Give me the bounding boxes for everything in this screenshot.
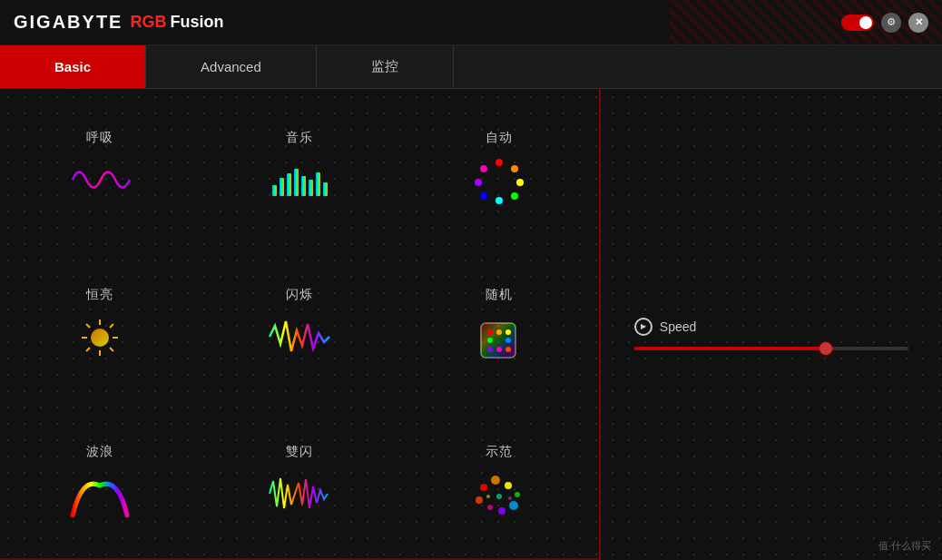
brand-fusion: Fusion (170, 13, 223, 32)
svg-point-34 (505, 347, 511, 352)
main-content: 呼吸 音乐 (0, 89, 942, 560)
tab-bar: Basic Advanced 监控 (0, 45, 942, 89)
svg-point-44 (486, 495, 490, 498)
svg-point-14 (475, 179, 482, 186)
speed-label: Speed (660, 319, 696, 334)
svg-rect-1 (280, 178, 284, 196)
svg-rect-0 (272, 185, 277, 196)
svg-rect-7 (323, 182, 328, 196)
svg-point-15 (480, 165, 487, 172)
svg-point-38 (515, 492, 520, 497)
svg-rect-5 (309, 180, 313, 196)
effect-breathing-icon (68, 155, 132, 205)
svg-point-32 (487, 347, 493, 352)
svg-point-41 (487, 505, 493, 510)
effect-auto-icon (467, 155, 531, 205)
effect-wave[interactable]: 波浪 (0, 403, 200, 560)
effect-random-label: 随机 (486, 287, 513, 303)
effect-music-label: 音乐 (286, 130, 313, 146)
effect-demo[interactable]: 示范 (399, 403, 599, 560)
svg-point-45 (508, 496, 512, 500)
svg-point-27 (487, 329, 493, 335)
settings-panel: ▶ Speed (601, 89, 942, 560)
tab-monitor[interactable]: 监控 (317, 45, 454, 88)
speed-control: ▶ Speed (634, 318, 908, 350)
effect-auto-label: 自动 (486, 130, 513, 146)
svg-point-33 (496, 347, 502, 352)
speed-header: ▶ Speed (634, 318, 908, 336)
close-button[interactable]: ✕ (908, 13, 928, 33)
svg-rect-6 (316, 172, 320, 196)
svg-rect-2 (287, 173, 291, 196)
speed-slider-fill (634, 347, 827, 350)
tab-basic[interactable]: Basic (0, 45, 146, 88)
effect-demo-icon (467, 469, 531, 519)
svg-point-12 (496, 197, 503, 204)
svg-point-9 (511, 165, 518, 172)
effect-demo-label: 示范 (486, 444, 513, 460)
effect-flash[interactable]: 闪烁 (200, 246, 399, 403)
panel-divider (599, 89, 601, 560)
effect-double-flash-label: 雙闪 (286, 444, 313, 460)
svg-point-16 (91, 329, 109, 347)
effect-auto[interactable]: 自动 (399, 89, 599, 246)
svg-point-8 (496, 159, 503, 166)
effect-breathing-label: 呼吸 (86, 130, 113, 146)
effect-steady[interactable]: 恒亮 (0, 246, 200, 403)
svg-point-36 (491, 476, 500, 485)
effect-breathing[interactable]: 呼吸 (0, 89, 200, 246)
effect-double-flash-icon (268, 469, 331, 519)
effect-steady-label: 恒亮 (86, 287, 113, 303)
effect-random[interactable]: 随机 (399, 246, 599, 403)
svg-point-30 (487, 338, 493, 343)
svg-line-24 (86, 348, 90, 351)
svg-point-29 (505, 329, 511, 335)
svg-point-42 (476, 496, 483, 504)
svg-rect-3 (294, 169, 299, 196)
svg-point-11 (511, 192, 518, 200)
power-toggle[interactable] (841, 15, 874, 31)
speed-slider-thumb[interactable] (819, 342, 832, 355)
effect-music-icon (268, 155, 331, 205)
svg-point-40 (498, 507, 505, 515)
effect-random-icon (467, 312, 531, 362)
svg-point-13 (480, 192, 487, 200)
svg-point-10 (516, 179, 524, 186)
effect-wave-icon (68, 469, 132, 519)
svg-line-21 (86, 324, 90, 328)
svg-line-22 (110, 348, 113, 351)
effect-wave-label: 波浪 (86, 444, 113, 460)
svg-point-31 (505, 338, 511, 343)
speed-slider-track[interactable] (634, 347, 908, 350)
svg-point-28 (496, 329, 502, 335)
titlebar: GIGABYTE RGB Fusion ⚙ ✕ (0, 0, 942, 45)
svg-point-35 (480, 484, 487, 491)
svg-rect-4 (301, 176, 306, 196)
brand-rgb: RGB (130, 13, 166, 32)
settings-button[interactable]: ⚙ (881, 13, 901, 33)
effect-steady-icon (68, 312, 132, 362)
svg-line-23 (110, 324, 113, 328)
window-controls: ⚙ ✕ (841, 13, 928, 33)
svg-point-39 (509, 501, 518, 510)
effect-double-flash[interactable]: 雙闪 (200, 403, 399, 560)
tab-advanced[interactable]: Advanced (146, 45, 317, 88)
brand-gigabyte: GIGABYTE (14, 12, 123, 33)
speed-icon: ▶ (634, 318, 653, 336)
effect-music[interactable]: 音乐 (200, 89, 399, 246)
svg-point-37 (505, 482, 512, 489)
effect-flash-icon (268, 312, 331, 362)
effects-grid: 呼吸 音乐 (0, 89, 599, 560)
svg-point-43 (496, 494, 502, 499)
effect-flash-label: 闪烁 (286, 287, 313, 303)
